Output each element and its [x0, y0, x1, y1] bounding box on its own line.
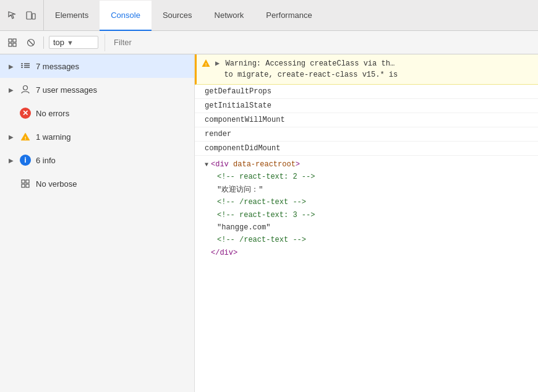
dom-text-1: "欢迎访问：": [205, 184, 528, 196]
svg-text:!: !: [25, 135, 27, 141]
svg-rect-5: [13, 43, 16, 46]
svg-rect-19: [26, 184, 29, 187]
errors-label: No errors: [36, 109, 69, 118]
all-messages-label: 7 messages: [36, 62, 79, 71]
svg-rect-16: [22, 180, 25, 183]
inspect-icon[interactable]: [5, 8, 20, 23]
svg-rect-3: [13, 39, 16, 42]
dom-comment-1: <!-- react-text: 2 -->: [205, 171, 528, 183]
sidebar-item-verbose[interactable]: ▶ No verbose: [0, 172, 194, 195]
sidebar-item-info[interactable]: ▶ i 6 info: [0, 148, 194, 172]
error-icon: ✕: [20, 108, 31, 119]
verbose-label: No verbose: [36, 179, 77, 189]
warning-text: ▶ Warning: Accessing createClass via th……: [215, 58, 398, 80]
svg-point-14: [23, 86, 28, 90]
messages-icon: [20, 61, 31, 72]
console-toolbar: top ▼: [0, 31, 538, 54]
log-row-0: getDefaultProps: [195, 85, 538, 99]
user-icon: [20, 84, 31, 95]
context-selector[interactable]: top ▼: [49, 36, 98, 49]
clear-console-icon[interactable]: [5, 35, 20, 50]
device-icon[interactable]: [23, 8, 38, 23]
sidebar-item-errors[interactable]: ▶ ✕ No errors: [0, 101, 194, 125]
dom-comment-4: <!-- /react-text -->: [205, 234, 528, 246]
svg-rect-4: [9, 43, 12, 46]
console-panel: ! ▶ Warning: Accessing createClass via t…: [195, 54, 538, 392]
warning-icon: !: [20, 131, 31, 142]
svg-rect-1: [32, 14, 35, 19]
warning-triangle-icon: !: [202, 59, 210, 70]
arrow-icon: ▶: [7, 87, 15, 93]
dom-section: ▼ <div data-reactroot> <!-- react-text: …: [195, 156, 538, 262]
dom-root-open: ▼ <div data-reactroot>: [205, 158, 528, 171]
dom-comment-3: <!-- react-text: 3 -->: [205, 209, 528, 221]
info-label: 6 info: [36, 156, 56, 165]
sidebar-item-warnings[interactable]: ▶ ! 1 warning: [0, 125, 194, 148]
info-icon: i: [20, 155, 31, 166]
svg-rect-18: [22, 184, 25, 187]
log-row-2: componentWillMount: [195, 113, 538, 127]
arrow-icon: ▶: [7, 63, 15, 70]
log-row-1: getInitialState: [195, 99, 538, 113]
tab-bar: Elements Console Sources Network Perform…: [0, 0, 538, 31]
tab-performance[interactable]: Performance: [255, 1, 323, 31]
warning-row: ! ▶ Warning: Accessing createClass via t…: [195, 54, 538, 85]
svg-line-7: [28, 40, 33, 45]
sidebar: ▶ 7 messages ▶ 7 us: [0, 54, 195, 392]
sidebar-item-all-messages[interactable]: ▶ 7 messages: [0, 54, 194, 78]
toolbar-icons: [0, 0, 44, 30]
warning-expand-arrow[interactable]: ▶: [215, 59, 220, 68]
dom-collapse-arrow[interactable]: ▼: [205, 160, 208, 170]
log-row-3: render: [195, 127, 538, 142]
user-messages-label: 7 user messages: [36, 85, 97, 95]
arrow-icon: ▶: [7, 134, 15, 140]
arrow-icon: ▶: [7, 157, 15, 164]
tab-console[interactable]: Console: [100, 1, 152, 31]
svg-rect-0: [27, 12, 32, 19]
sidebar-item-user-messages[interactable]: ▶ 7 user messages: [0, 78, 194, 101]
block-icon[interactable]: [23, 35, 38, 50]
dom-root-close: ▼ </div>: [205, 247, 528, 259]
filter-divider: [105, 34, 105, 51]
svg-text:!: !: [205, 62, 207, 67]
tab-sources[interactable]: Sources: [152, 1, 203, 31]
filter-input[interactable]: [111, 38, 533, 47]
svg-rect-2: [9, 39, 12, 42]
verbose-icon: [20, 178, 31, 189]
dom-text-2: "hangge.com": [205, 221, 528, 234]
toolbar-divider-1: [43, 36, 44, 49]
svg-rect-17: [26, 180, 29, 183]
warnings-label: 1 warning: [36, 132, 70, 142]
log-row-4: componentDidMount: [195, 142, 538, 156]
tab-network[interactable]: Network: [203, 1, 255, 31]
main-area: ▶ 7 messages ▶ 7 us: [0, 54, 538, 392]
dom-comment-2: <!-- /react-text -->: [205, 196, 528, 208]
context-arrow-icon: ▼: [67, 39, 74, 46]
tab-elements[interactable]: Elements: [44, 1, 100, 31]
